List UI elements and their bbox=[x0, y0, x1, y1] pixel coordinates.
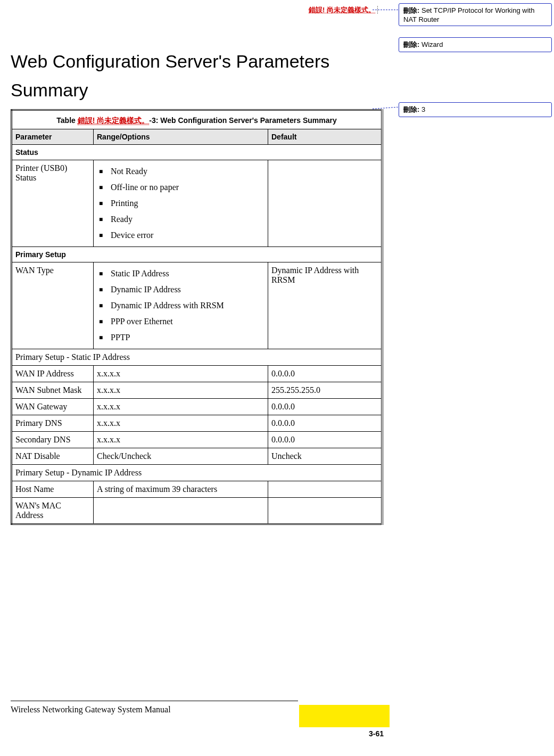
list-item: Printing bbox=[99, 195, 264, 211]
param-cell: WAN Subnet Mask bbox=[12, 382, 94, 398]
table-row: Secondary DNS x.x.x.x 0.0.0.0 bbox=[12, 431, 383, 448]
range-cell: x.x.x.x bbox=[94, 382, 268, 398]
list-item: Static IP Address bbox=[99, 266, 264, 282]
parameters-table: Table 錯誤! 尚未定義樣式。-3: Web Configuration S… bbox=[11, 109, 383, 525]
caption-suffix: -3: Web Configuration Server's Parameter… bbox=[149, 116, 336, 125]
default-cell bbox=[268, 497, 383, 524]
table-row: WAN Subnet Mask x.x.x.x 255.255.255.0 bbox=[12, 382, 383, 398]
th-default: Default bbox=[268, 129, 383, 144]
balloon-text: 3 bbox=[419, 105, 425, 113]
balloon-text: Set TCP/IP Protocol for Working with NAT… bbox=[403, 6, 534, 23]
param-cell: Primary DNS bbox=[12, 415, 94, 431]
list-item: Off-line or no paper bbox=[99, 179, 264, 195]
default-cell bbox=[268, 481, 383, 497]
balloon-label: 刪除: bbox=[403, 105, 419, 113]
table-caption: Table 錯誤! 尚未定義樣式。-3: Web Configuration S… bbox=[12, 110, 383, 129]
table-row: WAN Gateway x.x.x.x 0.0.0.0 bbox=[12, 398, 383, 415]
revision-balloon: 刪除: 3 bbox=[399, 102, 552, 117]
range-cell: Static IP Address Dynamic IP Address Dyn… bbox=[94, 262, 268, 349]
balloon-label: 刪除: bbox=[403, 6, 419, 14]
table-row: NAT Disable Check/Uncheck Uncheck bbox=[12, 448, 383, 464]
table-row: WAN IP Address x.x.x.x 0.0.0.0 bbox=[12, 365, 383, 382]
table-row: WAN's MAC Address bbox=[12, 497, 383, 524]
param-cell: WAN IP Address bbox=[12, 365, 94, 382]
table-row: Printer (USB0) Status Not Ready Off-line… bbox=[12, 160, 383, 246]
table-row: Host Name A string of maximum 39 charact… bbox=[12, 481, 383, 497]
param-cell: Secondary DNS bbox=[12, 431, 94, 448]
header-error-text: 錯誤! 尚未定義樣式。 bbox=[309, 6, 375, 14]
revision-balloon: 刪除: Wizard bbox=[399, 37, 552, 52]
param-cell: WAN Type bbox=[12, 262, 94, 349]
default-cell: 0.0.0.0 bbox=[268, 415, 383, 431]
list-item: Dynamic IP Address with RRSM bbox=[99, 298, 264, 314]
th-parameter: Parameter bbox=[12, 129, 94, 144]
list-item: Dynamic IP Address bbox=[99, 282, 264, 298]
revision-balloon: 刪除: Set TCP/IP Protocol for Working with… bbox=[399, 3, 552, 26]
param-cell: Printer (USB0) Status bbox=[12, 160, 94, 246]
param-cell: WAN's MAC Address bbox=[12, 497, 94, 524]
table-row: Primary DNS x.x.x.x 0.0.0.0 bbox=[12, 415, 383, 431]
balloon-label: 刪除: bbox=[403, 40, 419, 48]
range-cell: Check/Uncheck bbox=[94, 448, 268, 464]
subsection-static-ip: Primary Setup - Static IP Address bbox=[12, 349, 383, 365]
default-cell: 0.0.0.0 bbox=[268, 365, 383, 382]
range-cell: A string of maximum 39 characters bbox=[94, 481, 268, 497]
default-cell: 0.0.0.0 bbox=[268, 398, 383, 415]
list-item: Not Ready bbox=[99, 163, 264, 179]
list-item: Device error bbox=[99, 227, 264, 243]
page-title: Web Configuration Server's Parameters Su… bbox=[11, 47, 383, 105]
list-item: PPP over Ethernet bbox=[99, 314, 264, 330]
range-cell: x.x.x.x bbox=[94, 365, 268, 382]
list-item: Ready bbox=[99, 211, 264, 227]
param-cell: NAT Disable bbox=[12, 448, 94, 464]
default-cell: 0.0.0.0 bbox=[268, 431, 383, 448]
table-row: WAN Type Static IP Address Dynamic IP Ad… bbox=[12, 262, 383, 349]
default-cell bbox=[268, 160, 383, 246]
caption-error: 錯誤! 尚未定義樣式。 bbox=[78, 116, 150, 125]
subsection-dynamic-ip: Primary Setup - Dynamic IP Address bbox=[12, 464, 383, 481]
range-cell: Not Ready Off-line or no paper Printing … bbox=[94, 160, 268, 246]
range-cell: x.x.x.x bbox=[94, 398, 268, 415]
default-cell: Uncheck bbox=[268, 448, 383, 464]
page-number: 3-61 bbox=[369, 729, 384, 738]
param-cell: Host Name bbox=[12, 481, 94, 497]
default-cell: 255.255.255.0 bbox=[268, 382, 383, 398]
header-error: 錯誤! 尚未定義樣式。 bbox=[11, 5, 378, 15]
th-range: Range/Options bbox=[94, 129, 268, 144]
highlight-bar bbox=[299, 705, 390, 727]
balloon-connector bbox=[373, 10, 398, 10]
range-cell bbox=[94, 497, 268, 524]
range-cell: x.x.x.x bbox=[94, 415, 268, 431]
param-cell: WAN Gateway bbox=[12, 398, 94, 415]
default-cell: Dynamic IP Address with RRSM bbox=[268, 262, 383, 349]
section-status: Status bbox=[12, 144, 383, 160]
list-item: PPTP bbox=[99, 330, 264, 346]
caption-prefix: Table bbox=[56, 116, 77, 125]
section-primary-setup: Primary Setup bbox=[12, 246, 383, 262]
footer-rule bbox=[11, 701, 298, 701]
footer-text: Wireless Networking Gateway System Manua… bbox=[11, 705, 171, 714]
range-cell: x.x.x.x bbox=[94, 431, 268, 448]
balloon-text: Wizard bbox=[419, 40, 443, 48]
